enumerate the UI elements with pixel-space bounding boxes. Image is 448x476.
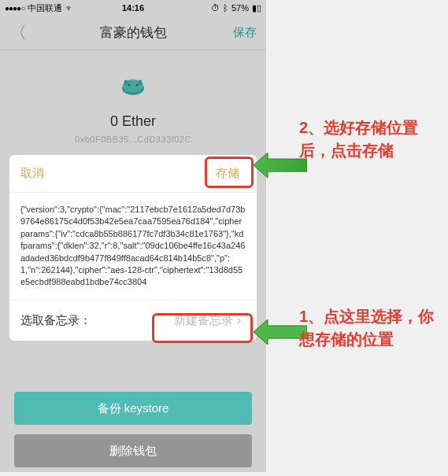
delete-label: 删除钱包 [109, 444, 157, 459]
store-button[interactable]: 存储 [209, 164, 246, 183]
sheet-header: 取消 存储 [9, 155, 257, 193]
memo-label: 选取备忘录： [20, 313, 91, 328]
cancel-button[interactable]: 取消 [20, 166, 44, 181]
backup-keystore-button[interactable]: 备份 keystore [14, 392, 252, 425]
keystore-json: {"version":3,"crypto":{"mac":"2117ebcb7e… [9, 193, 257, 301]
phone-frame: ●●●●○ 中国联通 ᯤ 14:16 ⏱ ᛒ 57% ▮▯ 〈 富豪的钱包 保存 [0, 0, 266, 472]
annotation-1: 1、点这里选择，你想存储的位置 [299, 305, 448, 351]
annotation-2: 2、选好存储位置后，点击存储 [299, 116, 448, 162]
delete-wallet-button[interactable]: 删除钱包 [14, 434, 252, 467]
export-sheet: 取消 存储 {"version":3,"crypto":{"mac":"2117… [9, 155, 257, 341]
backup-label: 备份 keystore [98, 401, 169, 416]
memo-row: 选取备忘录： 新建备忘录 › [9, 301, 257, 341]
memo-select-label: 新建备忘录 [174, 313, 233, 328]
chevron-right-icon: › [237, 313, 241, 327]
memo-select-button[interactable]: 新建备忘录 › [169, 312, 246, 330]
